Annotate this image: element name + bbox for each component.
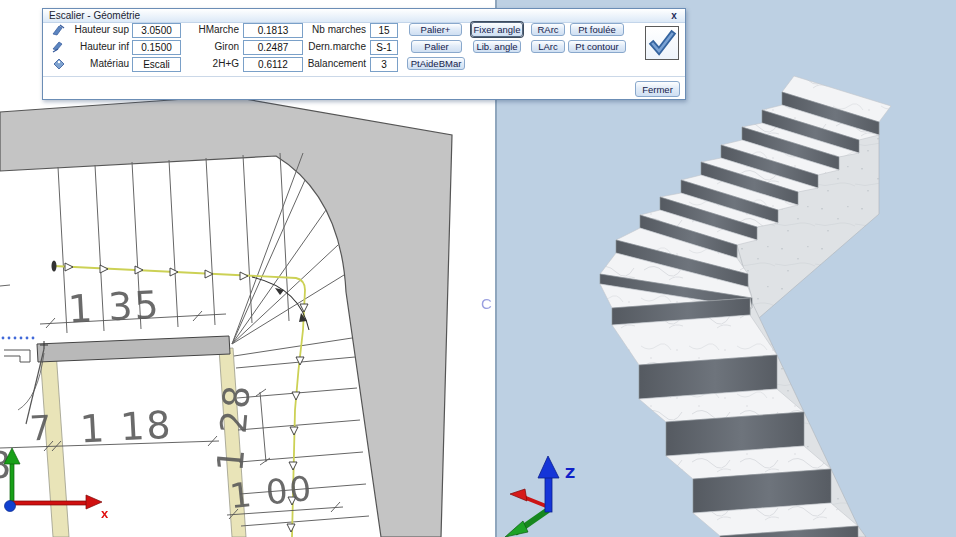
hmarche-label: HMarche bbox=[181, 23, 239, 36]
fermer-button[interactable]: Fermer bbox=[635, 81, 680, 97]
stair-steps bbox=[600, 76, 891, 537]
close-icon[interactable]: x bbox=[667, 9, 681, 22]
hauteur-sup-label: Hauteur sup bbox=[61, 23, 129, 36]
deuxhg-label: 2H+G bbox=[181, 57, 239, 70]
dim-100: 1 00 bbox=[228, 468, 315, 517]
hmarche-field[interactable]: 0.1813 bbox=[243, 23, 303, 38]
checkmark-icon bbox=[646, 27, 678, 59]
materiau-field[interactable]: Escali bbox=[132, 57, 181, 72]
pt-contour-button[interactable]: Pt contour bbox=[568, 40, 626, 53]
pt-aide-bmar-button[interactable]: PtAideBMar bbox=[407, 57, 465, 70]
x-axis-label: x bbox=[101, 506, 109, 521]
view3d-axis-gizmo: Z bbox=[505, 456, 575, 537]
confirm-button[interactable] bbox=[645, 26, 679, 60]
z-axis-label: Z bbox=[565, 465, 575, 481]
larc-button[interactable]: LArc bbox=[531, 40, 565, 53]
dim-128: 1 28 bbox=[209, 382, 258, 473]
label-c: C bbox=[481, 295, 492, 312]
hauteur-inf-label: Hauteur inf bbox=[61, 40, 129, 53]
y-axis-arrow bbox=[10, 462, 14, 505]
rarc-button[interactable]: RArc bbox=[531, 23, 565, 36]
palier-plus-button[interactable]: Palier+ bbox=[409, 23, 462, 36]
materiau-label: Matériau bbox=[61, 57, 129, 70]
giron-label: Giron bbox=[181, 40, 239, 53]
reference-dots bbox=[2, 337, 35, 340]
dialog-title: Escalier - Géométrie bbox=[43, 9, 685, 23]
lib-angle-button[interactable]: Lib. angle bbox=[473, 40, 521, 53]
z-axis-arrow bbox=[545, 474, 552, 512]
balancement-field[interactable]: 3 bbox=[370, 57, 398, 72]
dern-marche-field[interactable]: S-1 bbox=[370, 40, 398, 55]
lintel bbox=[37, 336, 230, 362]
deuxhg-field[interactable]: 0.6112 bbox=[243, 57, 303, 72]
app-window: 1 35 1 18 7 1 28 1 00 8 bbox=[0, 0, 956, 537]
hauteur-sup-field[interactable]: 3.0500 bbox=[132, 23, 181, 38]
dim-7: 7 bbox=[29, 407, 53, 448]
pt-foulee-button[interactable]: Pt foulée bbox=[570, 23, 624, 36]
x-axis-arrow bbox=[12, 501, 88, 505]
dern-marche-label: Dern.marche bbox=[295, 40, 366, 53]
stair-geometry-dialog: Escalier - Géométrie x Hauteur sup 3.050… bbox=[42, 8, 686, 100]
fixer-angle-button[interactable]: Fixer angle bbox=[471, 22, 523, 37]
giron-field[interactable]: 0.2487 bbox=[243, 40, 303, 55]
palier-button[interactable]: Palier bbox=[411, 40, 462, 53]
dim-8-partial: 8 bbox=[0, 443, 11, 487]
nb-marches-field[interactable]: 15 bbox=[370, 23, 398, 38]
hauteur-inf-field[interactable]: 0.1500 bbox=[132, 40, 181, 55]
axis-origin-dot bbox=[5, 501, 16, 512]
walking-line-start bbox=[52, 261, 57, 272]
dialog-separator bbox=[43, 76, 685, 77]
nb-marches-label: Nb marches bbox=[295, 23, 366, 36]
balancement-label: Balancement bbox=[295, 57, 366, 70]
dim-118: 1 18 bbox=[79, 403, 174, 452]
dim-135: 1 35 bbox=[67, 283, 162, 332]
